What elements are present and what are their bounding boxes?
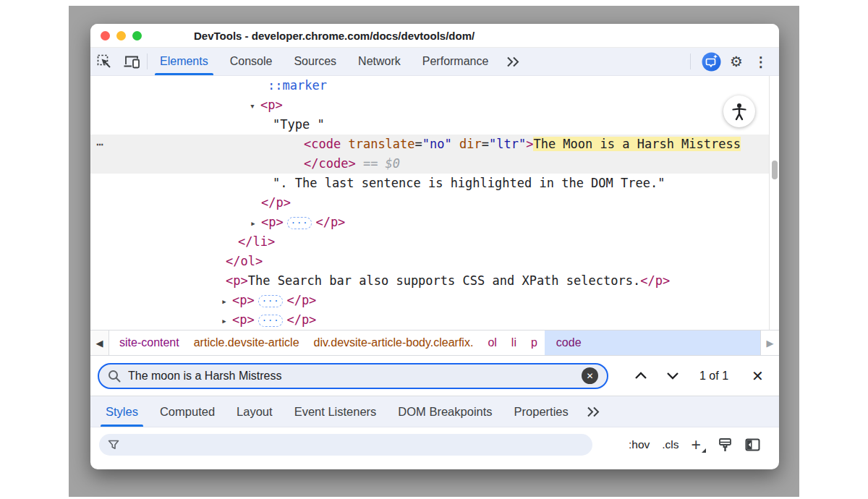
toggle-device-toolbar-button[interactable] xyxy=(118,48,145,75)
devtools-window: DevTools - developer.chrome.com/docs/dev… xyxy=(90,24,779,469)
tab-dom-breakpoints[interactable]: DOM Breakpoints xyxy=(387,396,503,427)
tab-layout[interactable]: Layout xyxy=(226,396,284,427)
tab-properties[interactable]: Properties xyxy=(503,396,579,427)
elements-panel: ::marker▾<p>"Type "⋯<code translate="no"… xyxy=(90,76,779,330)
dom-tree-row[interactable]: "Type " xyxy=(90,115,769,135)
settings-button[interactable]: ⚙ xyxy=(726,53,747,70)
vertical-scrollbar[interactable] xyxy=(769,76,779,330)
breadcrumb-item-ol[interactable]: ol xyxy=(480,330,503,355)
traffic-lights xyxy=(90,31,142,40)
tree-expanded-arrow-icon[interactable]: ▾ xyxy=(250,96,260,116)
row-ellipsis-icon: ⋯ xyxy=(96,135,104,154)
inline-expand-ellipsis-icon[interactable]: ··· xyxy=(287,217,312,229)
dom-tree-row[interactable]: </ol> xyxy=(90,252,769,271)
dom-tree-row[interactable]: </li> xyxy=(90,232,769,252)
tag-token: </li> xyxy=(238,234,275,249)
tab-performance[interactable]: Performance xyxy=(412,48,500,75)
dom-tree-row[interactable]: ▸<p>···</p> xyxy=(90,213,769,232)
more-sidebar-tabs-button[interactable] xyxy=(579,396,608,427)
attr-name-token: translate xyxy=(348,137,414,151)
gear-icon: ⚙ xyxy=(730,54,743,69)
text-token: = xyxy=(415,137,422,151)
dock-sidebar-button[interactable] xyxy=(745,438,760,451)
tag-token: > xyxy=(526,137,533,151)
dom-tree-row[interactable]: <p>The Search bar also supports CSS and … xyxy=(90,271,769,291)
toggle-element-state-button[interactable]: :hov xyxy=(629,438,650,451)
dom-tree-row[interactable]: </p> xyxy=(90,193,769,213)
more-tabs-button[interactable] xyxy=(499,48,527,75)
dom-tree-row[interactable]: ▾<p> xyxy=(90,95,769,115)
tag-token: </p> xyxy=(640,273,670,288)
ai-assistance-button[interactable] xyxy=(699,52,723,72)
search-bar: ✕ 1 of 1 ✕ xyxy=(90,356,779,396)
close-search-button[interactable]: ✕ xyxy=(752,367,764,385)
inline-expand-ellipsis-icon[interactable]: ··· xyxy=(258,295,284,307)
dom-tree-row[interactable]: ::marker xyxy=(90,76,769,95)
close-window-button[interactable] xyxy=(101,31,110,40)
search-icon xyxy=(108,370,121,383)
dom-tree-row[interactable]: ▸<p>···</p> xyxy=(90,310,769,330)
more-tabs-icon xyxy=(587,406,600,417)
breadcrumb-scroll-left-button[interactable]: ◀ xyxy=(90,330,109,355)
filter-bar-actions: :hov .cls + xyxy=(629,438,770,453)
dom-tree-row[interactable]: ⋯<code translate="no" dir="ltr">The Moon… xyxy=(90,135,769,154)
screenshot-stage: DevTools - developer.chrome.com/docs/dev… xyxy=(0,0,868,499)
dom-tree-row[interactable]: ▸<p>···</p> xyxy=(90,291,769,310)
chevron-up-icon xyxy=(634,372,647,380)
toolbar-separator xyxy=(147,54,148,69)
breadcrumb: site-contentarticle.devsite-articlediv.d… xyxy=(112,330,593,355)
breadcrumb-item-p[interactable]: p xyxy=(524,330,545,355)
main-toolbar: ElementsConsoleSourcesNetworkPerformance xyxy=(90,48,779,76)
minimize-window-button[interactable] xyxy=(116,31,126,40)
tag-token: </ol> xyxy=(226,254,263,268)
text-token: ". The last sentence is highlighted in t… xyxy=(273,176,665,190)
tree-collapsed-arrow-icon[interactable]: ▸ xyxy=(221,291,232,311)
tree-collapsed-arrow-icon[interactable]: ▸ xyxy=(221,311,232,330)
element-classes-button[interactable]: .cls xyxy=(662,438,678,451)
search-field[interactable]: ✕ xyxy=(98,363,608,389)
close-icon: ✕ xyxy=(752,368,764,384)
scrollbar-thumb[interactable] xyxy=(772,161,778,179)
attr-value-token: "no" xyxy=(422,137,452,151)
breadcrumb-item-article-devsite-article[interactable]: article.devsite-article xyxy=(187,330,307,355)
dom-tree-rows: ::marker▾<p>"Type "⋯<code translate="no"… xyxy=(90,76,769,330)
tab-event-listeners[interactable]: Event Listeners xyxy=(284,396,388,427)
paint-brush-icon xyxy=(718,438,733,453)
tab-computed[interactable]: Computed xyxy=(149,396,226,427)
inline-expand-ellipsis-icon[interactable]: ··· xyxy=(258,315,284,327)
zoom-window-button[interactable] xyxy=(132,31,142,40)
filter-funnel-icon xyxy=(108,440,119,450)
kebab-menu-icon: ⋮ xyxy=(754,54,768,69)
tab-elements[interactable]: Elements xyxy=(149,48,219,75)
clear-icon: ✕ xyxy=(586,371,593,381)
tree-collapsed-arrow-icon[interactable]: ▸ xyxy=(250,213,261,233)
rendering-emulations-button[interactable] xyxy=(718,438,733,453)
dom-tree-row[interactable]: </code> == $0 xyxy=(90,154,769,174)
breadcrumb-item-div-devsite-article-body-clearfix-[interactable]: div.devsite-article-body.clearfix. xyxy=(307,330,481,355)
filter-input[interactable] xyxy=(125,439,584,451)
search-input[interactable] xyxy=(128,370,582,383)
tag-token: </p> xyxy=(315,215,345,229)
tag-token: <p> xyxy=(226,273,248,288)
dom-tree-row[interactable]: ". The last sentence is highlighted in t… xyxy=(90,174,769,193)
search-highlight-token: The Moon is a Harsh Mistress xyxy=(533,137,741,151)
breadcrumb-item-code[interactable]: code xyxy=(545,330,593,355)
chevron-right-icon: ▶ xyxy=(767,338,774,349)
tab-network[interactable]: Network xyxy=(347,48,412,75)
search-result-count: 1 of 1 xyxy=(699,370,728,383)
breadcrumb-scroll-right-button[interactable]: ▶ xyxy=(760,330,779,355)
inspect-element-button[interactable] xyxy=(90,48,118,75)
devtools-menu-button[interactable]: ⋮ xyxy=(750,54,772,70)
tab-console[interactable]: Console xyxy=(219,48,284,75)
tab-styles[interactable]: Styles xyxy=(95,396,149,427)
text-token: "Type " xyxy=(273,117,325,132)
styles-filter-field[interactable] xyxy=(99,434,592,456)
accessibility-overlay-button[interactable] xyxy=(723,95,755,127)
new-style-rule-button[interactable]: + xyxy=(692,438,705,452)
tab-sources[interactable]: Sources xyxy=(283,48,347,75)
previous-result-button[interactable] xyxy=(629,364,653,388)
breadcrumb-item-li[interactable]: li xyxy=(504,330,524,355)
next-result-button[interactable] xyxy=(660,364,685,388)
clear-search-button[interactable]: ✕ xyxy=(582,367,598,384)
breadcrumb-item-site-content[interactable]: site-content xyxy=(112,330,187,355)
